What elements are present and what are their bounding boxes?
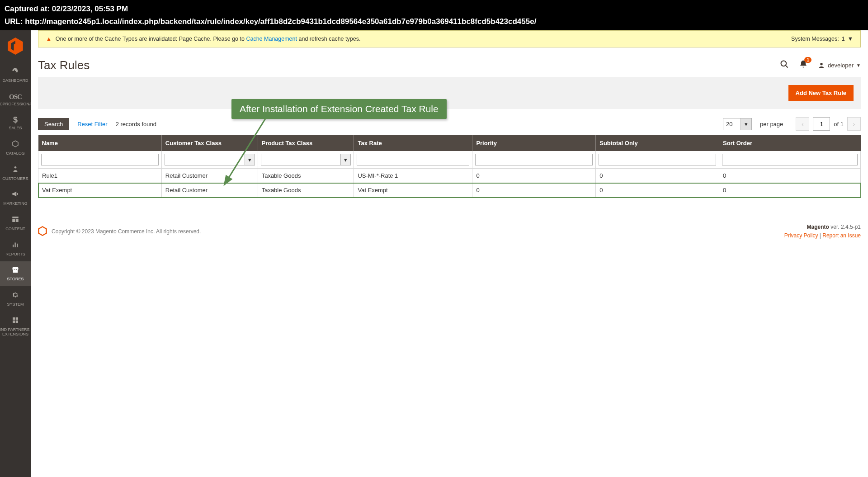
user-account-dropdown[interactable]: developer ▼: [818, 62, 861, 69]
admin-sidebar: DASHBOARDOSCOSCPROFESSIONALS$SALESCATALO…: [0, 30, 31, 477]
tax-rules-table: Name Customer Tax Class Product Tax Clas…: [38, 135, 861, 198]
copyright-text: Copyright © 2023 Magento Commerce Inc. A…: [52, 228, 201, 235]
filter-priority-input[interactable]: [475, 154, 593, 165]
add-new-tax-rule-button[interactable]: Add New Tax Rule: [788, 85, 854, 101]
cell-name: Rule1: [38, 169, 162, 183]
table-row[interactable]: Vat ExemptRetail CustomerTaxable GoodsVa…: [38, 183, 861, 198]
filter-subtotal-only-input[interactable]: [599, 154, 716, 165]
svg-point-0: [14, 166, 17, 169]
system-message-bar: ▲ One or more of the Cache Types are inv…: [38, 30, 861, 47]
page-number-input[interactable]: [813, 117, 830, 131]
privacy-policy-link[interactable]: Privacy Policy: [784, 232, 818, 239]
table-row[interactable]: Rule1Retail CustomerTaxable GoodsUS-MI-*…: [38, 169, 861, 183]
cell-ptc: Taxable Goods: [258, 169, 354, 183]
records-found-label: 2 records found: [116, 121, 156, 128]
filter-product-tax-class-select[interactable]: [261, 154, 341, 165]
filter-customer-tax-class-select[interactable]: [165, 154, 245, 165]
col-header-priority[interactable]: Priority: [472, 135, 596, 151]
system-messages-toggle[interactable]: System Messages: 1 ▼: [791, 36, 853, 42]
svg-rect-8: [16, 317, 18, 320]
cell-sub: 0: [596, 169, 719, 183]
col-header-name[interactable]: Name: [38, 135, 162, 151]
cell-pri: 0: [472, 169, 596, 183]
svg-rect-3: [16, 219, 19, 222]
col-header-subtotal-only[interactable]: Subtotal Only: [596, 135, 719, 151]
svg-rect-10: [16, 321, 18, 323]
chevron-down-icon[interactable]: ▾: [341, 154, 351, 165]
svg-rect-7: [13, 317, 15, 320]
cell-pri: 0: [472, 183, 596, 198]
cell-sort: 0: [719, 169, 861, 183]
page-total-label: of 1: [834, 121, 844, 128]
svg-line-12: [785, 66, 788, 68]
capture-url: URL: http://magento245p1.local/index.php…: [5, 16, 863, 28]
filter-name-input[interactable]: [41, 154, 159, 165]
svg-point-13: [820, 63, 822, 65]
chevron-down-icon[interactable]: ▾: [245, 154, 255, 165]
page-title: Tax Rules: [38, 58, 90, 72]
svg-rect-5: [15, 242, 16, 247]
cell-ctc: Retail Customer: [161, 169, 258, 183]
per-page-label: per page: [760, 121, 783, 128]
col-header-sort-order[interactable]: Sort Order: [719, 135, 861, 151]
cache-management-link[interactable]: Cache Management: [246, 36, 297, 42]
search-button[interactable]: Search: [38, 118, 69, 130]
notifications-bell-icon[interactable]: 1: [799, 60, 808, 71]
per-page-select[interactable]: 20 ▾: [723, 118, 752, 130]
action-toolbar: Add New Tax Rule: [38, 77, 861, 109]
table-filter-row: ▾ ▾: [38, 151, 861, 169]
svg-rect-2: [12, 219, 15, 222]
svg-point-11: [781, 61, 786, 66]
chevron-down-icon: ▼: [848, 36, 853, 42]
main-content: ▲ One or more of the Cache Types are inv…: [31, 30, 868, 477]
warning-icon: ▲: [46, 35, 52, 43]
capture-info-bar: Captured at: 02/23/2023, 05:53 PM URL: h…: [0, 0, 868, 30]
report-issue-link[interactable]: Report an Issue: [822, 232, 861, 239]
magento-logo-icon[interactable]: [8, 38, 23, 56]
cell-name: Vat Exempt: [38, 183, 162, 198]
notification-count-badge: 1: [804, 57, 811, 63]
cell-rate: Vat Exempt: [354, 183, 472, 198]
next-page-button[interactable]: ›: [847, 117, 861, 131]
filter-sort-order-input[interactable]: [722, 154, 858, 165]
system-message-text: One or more of the Cache Types are inval…: [56, 36, 361, 42]
magento-logo-icon: [38, 226, 47, 237]
svg-rect-9: [13, 321, 15, 323]
table-header-row: Name Customer Tax Class Product Tax Clas…: [38, 135, 861, 151]
cell-ptc: Taxable Goods: [258, 183, 354, 198]
prev-page-button[interactable]: ‹: [796, 117, 809, 131]
page-footer: Copyright © 2023 Magento Commerce Inc. A…: [38, 223, 861, 240]
col-header-product-tax-class[interactable]: Product Tax Class: [258, 135, 354, 151]
chevron-down-icon[interactable]: ▾: [741, 118, 752, 130]
annotation-label: After Installation of Extension Created …: [231, 99, 447, 119]
svg-rect-6: [17, 244, 18, 247]
col-header-tax-rate[interactable]: Tax Rate: [354, 135, 472, 151]
cell-sort: 0: [719, 183, 861, 198]
svg-rect-1: [12, 217, 19, 218]
chevron-down-icon: ▼: [856, 63, 861, 68]
filter-tax-rate-input[interactable]: [357, 154, 469, 165]
cell-rate: US-MI-*-Rate 1: [354, 169, 472, 183]
cell-ctc: Retail Customer: [161, 183, 258, 198]
svg-rect-4: [13, 245, 14, 247]
search-icon[interactable]: [780, 60, 789, 71]
cell-sub: 0: [596, 183, 719, 198]
reset-filter-link[interactable]: Reset Filter: [77, 121, 107, 128]
col-header-customer-tax-class[interactable]: Customer Tax Class: [161, 135, 258, 151]
capture-timestamp: Captured at: 02/23/2023, 05:53 PM: [5, 3, 863, 15]
